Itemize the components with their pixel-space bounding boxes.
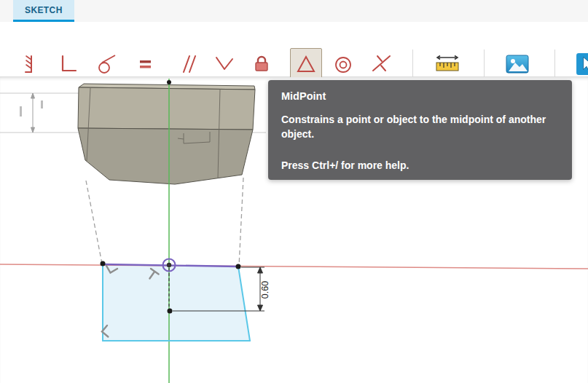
- select-cursor-icon: [576, 52, 588, 76]
- constraint-fix-button[interactable]: [247, 50, 276, 79]
- tangent-icon: [95, 53, 117, 75]
- horizontal-vertical-icon: [23, 53, 44, 75]
- inspect-measure-button[interactable]: [431, 50, 463, 79]
- sketch-point-top-left[interactable]: [101, 261, 106, 266]
- drawing-dimension-marks: [20, 93, 43, 133]
- projection-lines[interactable]: [86, 178, 243, 266]
- constraint-perpendicular-button[interactable]: [209, 50, 238, 79]
- constraint-equal-button[interactable]: [130, 50, 160, 79]
- select-button[interactable]: [573, 50, 588, 79]
- toolbar-tab-bar: SKETCH: [0, 0, 588, 22]
- insert-image-icon: [505, 53, 530, 75]
- fusion-window: SKETCH: [0, 0, 588, 383]
- sketch-profile-region[interactable]: [103, 264, 250, 341]
- ruler-measure-icon: [434, 53, 461, 75]
- coincident-icon: [56, 53, 78, 75]
- lock-icon: [251, 53, 273, 75]
- sketch-point-top[interactable]: [167, 80, 171, 84]
- concentric-icon: [332, 53, 354, 75]
- perpendicular-icon: [213, 53, 235, 75]
- sketch-point-top-right[interactable]: [236, 264, 241, 269]
- tooltip-body: Constrains a point or object to the midp…: [281, 112, 562, 142]
- tab-sketch[interactable]: SKETCH: [13, 0, 74, 22]
- tooltip-title: MidPoint: [281, 90, 559, 102]
- insert-button[interactable]: [503, 50, 532, 79]
- constraint-parallel-button[interactable]: [172, 50, 201, 79]
- equal-icon: [134, 53, 156, 75]
- parallel-icon: [176, 53, 197, 75]
- x-axis[interactable]: [0, 264, 588, 269]
- constraint-concentric-button[interactable]: [329, 50, 358, 79]
- projection-line-right[interactable]: [239, 178, 243, 266]
- projection-line-left[interactable]: [86, 181, 102, 264]
- tooltip-footer: Press Ctrl+/ for more help.: [281, 159, 559, 171]
- sketch-point-center[interactable]: [168, 309, 173, 314]
- constraint-midpoint-button[interactable]: [290, 48, 322, 80]
- dimension-value[interactable]: 0.60: [260, 281, 270, 299]
- model-body[interactable]: [78, 84, 255, 184]
- constraint-horizontal-vertical-button[interactable]: [19, 50, 48, 79]
- tooltip-midpoint: MidPoint Constrains a point or object to…: [268, 80, 572, 180]
- symmetry-icon: [370, 53, 392, 75]
- constraint-symmetry-button[interactable]: [366, 50, 396, 79]
- constraint-tangent-button[interactable]: [92, 50, 121, 79]
- midpoint-triangle-icon: [295, 53, 317, 75]
- constraint-coincident-button[interactable]: [52, 50, 82, 79]
- main-toolbar: CONSTRAINTS ▾ INSPECT ▾: [0, 22, 588, 77]
